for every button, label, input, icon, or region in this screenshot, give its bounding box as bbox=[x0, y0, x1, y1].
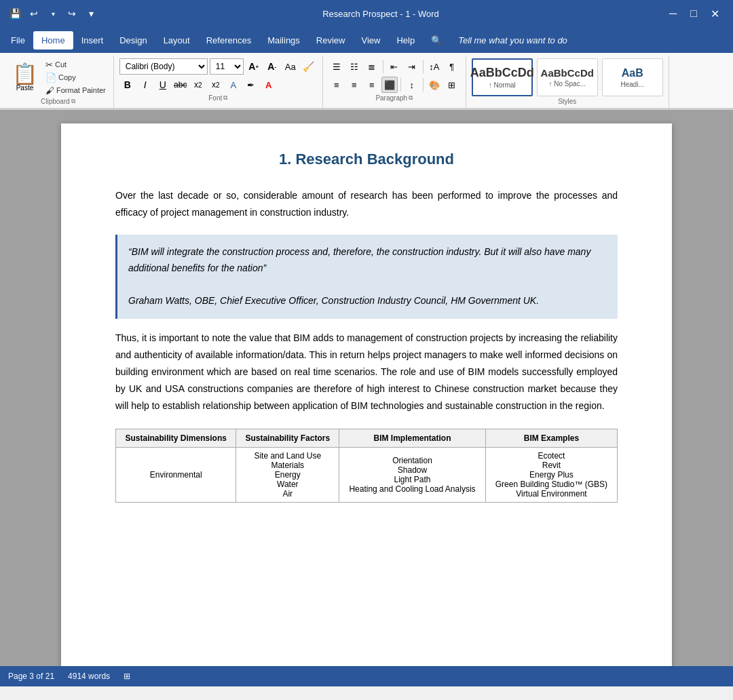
nospace-style-preview: AaBbCcDd bbox=[541, 67, 594, 79]
borders-button[interactable]: ⊞ bbox=[444, 77, 460, 93]
document-page[interactable]: 1. Research Background Over the last dec… bbox=[61, 123, 672, 666]
format-painter-icon: 🖌 bbox=[45, 85, 54, 96]
menu-design[interactable]: Design bbox=[111, 31, 155, 50]
font-row2: B I U abc x2 x2 A ✒ A bbox=[119, 77, 317, 93]
font-group: Calibri (Body) 11 A+ A- Aa 🧹 B I U abc bbox=[114, 56, 323, 108]
col-header-dimensions: Sustainability Dimensions bbox=[116, 429, 236, 447]
styles-content: AaBbCcDd ↑ Normal AaBbCcDd ↑ No Spac... … bbox=[472, 58, 663, 96]
format-painter-button[interactable]: 🖌 Format Painter bbox=[43, 85, 108, 96]
clear-formatting-button[interactable]: 🧹 bbox=[301, 58, 317, 75]
normal-style-preview: AaBbCcDd bbox=[470, 66, 534, 80]
paragraph-expand-icon[interactable]: ⧉ bbox=[409, 94, 413, 102]
ribbon: 📋 Paste ✂ Cut 📄 Copy 🖌 Format Pai bbox=[0, 53, 733, 110]
title-bar: 💾 ↩ ▾ ↪ ▾ Research Prospect - 1 - Word ─… bbox=[0, 0, 733, 27]
font-controls: Calibri (Body) 11 A+ A- Aa 🧹 B I U abc bbox=[119, 58, 317, 93]
font-expand-icon[interactable]: ⧉ bbox=[223, 94, 227, 102]
italic-button[interactable]: I bbox=[137, 77, 153, 93]
menu-view[interactable]: View bbox=[353, 31, 388, 50]
menu-home[interactable]: Home bbox=[33, 31, 73, 50]
menu-mailings[interactable]: Mailings bbox=[259, 31, 308, 50]
styles-label: Styles bbox=[472, 96, 663, 105]
paragraph-controls: ☰ ☷ ≣ ⇤ ⇥ ↕A ¶ ≡ ≡ ≡ ⬛ ↕ bbox=[328, 58, 460, 93]
heading-style-label: Headi... bbox=[621, 81, 644, 88]
align-center-button[interactable]: ≡ bbox=[346, 77, 362, 93]
text-effects-button[interactable]: A bbox=[225, 77, 242, 93]
separator1 bbox=[383, 60, 383, 73]
clipboard-label: Clipboard ⧉ bbox=[8, 96, 108, 105]
undo-dropdown-icon[interactable]: ▾ bbox=[46, 7, 60, 20]
document-blockquote: “BIM will integrate the construction pro… bbox=[115, 235, 618, 318]
sort-button[interactable]: ↕A bbox=[426, 58, 443, 75]
font-color-button[interactable]: A bbox=[261, 77, 277, 93]
font-row1: Calibri (Body) 11 A+ A- Aa 🧹 bbox=[119, 58, 317, 75]
paragraph-group: ☰ ☷ ≣ ⇤ ⇥ ↕A ¶ ≡ ≡ ≡ ⬛ ↕ bbox=[323, 56, 466, 108]
numbering-button[interactable]: ☷ bbox=[346, 58, 362, 75]
format-painter-label: Format Painter bbox=[56, 86, 106, 94]
para-row1: ☰ ☷ ≣ ⇤ ⇥ ↕A ¶ bbox=[328, 58, 460, 75]
document-para2: Thus, it is important to note the value … bbox=[115, 330, 618, 415]
justify-button[interactable]: ⬛ bbox=[381, 77, 398, 93]
para-row2: ≡ ≡ ≡ ⬛ ↕ 🎨 ⊞ bbox=[328, 77, 460, 93]
clipboard-expand-icon[interactable]: ⧉ bbox=[71, 98, 75, 105]
underline-button[interactable]: U bbox=[155, 77, 171, 93]
paste-icon: 📋 bbox=[12, 64, 37, 84]
text-highlight-button[interactable]: ✒ bbox=[243, 77, 259, 93]
maximize-btn[interactable]: □ bbox=[685, 7, 702, 20]
copy-button[interactable]: 📄 Copy bbox=[43, 72, 108, 83]
bold-button[interactable]: B bbox=[119, 77, 136, 93]
shrink-font-button[interactable]: A- bbox=[264, 58, 280, 75]
bullets-button[interactable]: ☰ bbox=[328, 58, 345, 75]
table-row: Environmental Site and Land UseMaterials… bbox=[116, 447, 618, 502]
decrease-indent-button[interactable]: ⇤ bbox=[386, 58, 402, 75]
font-size-select[interactable]: 11 bbox=[210, 58, 244, 75]
separator4 bbox=[423, 78, 424, 92]
menu-layout[interactable]: Layout bbox=[155, 31, 198, 50]
cut-label: Cut bbox=[55, 60, 67, 69]
save-icon[interactable]: 💾 bbox=[8, 7, 22, 20]
cut-button[interactable]: ✂ Cut bbox=[43, 59, 108, 71]
nospace-style-label: ↑ No Spac... bbox=[549, 80, 586, 88]
menu-insert[interactable]: Insert bbox=[73, 31, 112, 50]
menu-tell-me[interactable]: Tell me what you want to do bbox=[450, 31, 576, 50]
blockquote-text: “BIM will integrate the construction pro… bbox=[128, 244, 607, 277]
more-quick-access-icon[interactable]: ▾ bbox=[84, 7, 98, 20]
align-left-button[interactable]: ≡ bbox=[328, 77, 345, 93]
superscript-button[interactable]: x2 bbox=[208, 77, 224, 93]
menu-help[interactable]: Help bbox=[388, 31, 423, 50]
clipboard-content: 📋 Paste ✂ Cut 📄 Copy 🖌 Format Pai bbox=[8, 58, 108, 96]
language-icon[interactable]: ⊞ bbox=[124, 672, 130, 681]
paragraph-label: Paragraph ⧉ bbox=[328, 93, 460, 102]
no-space-style-button[interactable]: AaBbCcDd ↑ No Spac... bbox=[537, 58, 598, 96]
font-name-select[interactable]: Calibri (Body) bbox=[119, 58, 208, 75]
change-case-button[interactable]: Aa bbox=[282, 58, 299, 75]
copy-icon: 📄 bbox=[45, 73, 56, 83]
menu-review[interactable]: Review bbox=[308, 31, 354, 50]
minimize-btn[interactable]: ─ bbox=[664, 7, 682, 20]
word-count: 4914 words bbox=[68, 672, 110, 681]
close-btn[interactable]: ✕ bbox=[705, 7, 725, 20]
paste-button[interactable]: 📋 Paste bbox=[8, 62, 41, 93]
menu-references[interactable]: References bbox=[198, 31, 259, 50]
strikethrough-button[interactable]: abc bbox=[172, 77, 189, 93]
styles-group: AaBbCcDd ↑ Normal AaBbCcDd ↑ No Spac... … bbox=[466, 56, 669, 108]
table-header-row: Sustainability Dimensions Sustainability… bbox=[116, 429, 618, 447]
shading-button[interactable]: 🎨 bbox=[426, 77, 443, 93]
heading-style-preview: AaB bbox=[622, 67, 643, 79]
line-spacing-button[interactable]: ↕ bbox=[404, 77, 420, 93]
heading-style-button[interactable]: AaB Headi... bbox=[602, 58, 663, 96]
increase-indent-button[interactable]: ⇥ bbox=[404, 58, 420, 75]
align-right-button[interactable]: ≡ bbox=[364, 77, 380, 93]
normal-style-button[interactable]: AaBbCcDd ↑ Normal bbox=[472, 58, 533, 96]
multilevel-list-button[interactable]: ≣ bbox=[364, 58, 380, 75]
subscript-button[interactable]: x2 bbox=[190, 77, 206, 93]
undo-icon[interactable]: ↩ bbox=[27, 7, 41, 20]
menu-search-icon[interactable]: 🔍 bbox=[423, 31, 450, 50]
col-header-implementation: BIM Implementation bbox=[339, 429, 486, 447]
show-formatting-button[interactable]: ¶ bbox=[444, 58, 460, 75]
normal-style-label: ↑ Normal bbox=[489, 81, 516, 89]
menu-bar: File Home Insert Design Layout Reference… bbox=[0, 27, 733, 53]
grow-font-button[interactable]: A+ bbox=[246, 58, 262, 75]
menu-file[interactable]: File bbox=[3, 31, 33, 50]
copy-label: Copy bbox=[58, 73, 76, 81]
redo-icon[interactable]: ↪ bbox=[65, 7, 79, 20]
